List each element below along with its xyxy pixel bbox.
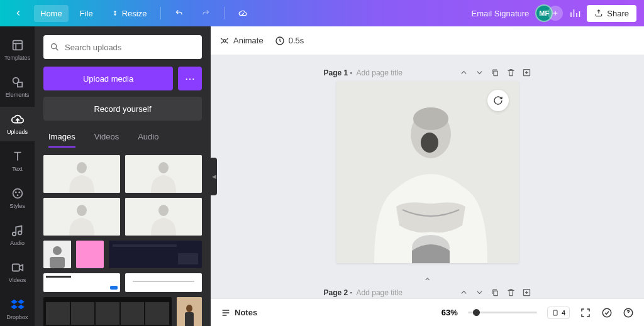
upload-thumb[interactable] <box>109 241 202 268</box>
topbar-left: Home File Resize <box>8 5 472 22</box>
upload-thumb[interactable] <box>125 198 202 236</box>
move-down-icon[interactable] <box>475 288 484 297</box>
rail-templates[interactable]: Templates <box>0 33 35 67</box>
tab-videos[interactable]: Videos <box>94 132 119 148</box>
animate-button[interactable]: Animate <box>219 36 264 46</box>
help-icon[interactable] <box>623 307 634 318</box>
regenerate-button[interactable] <box>487 90 509 111</box>
canvas-scroll[interactable]: Page 1 - Add page title <box>211 55 644 298</box>
rail-styles[interactable]: Styles <box>0 181 35 215</box>
home-button[interactable]: Home <box>34 5 69 22</box>
upload-more-button[interactable]: ⋯ <box>178 67 202 90</box>
page-header: Page 2 - Add page title <box>324 288 531 297</box>
file-menu[interactable]: File <box>74 5 99 22</box>
page-number-label: Page 1 - <box>324 68 353 77</box>
rail-label: Dropbox <box>6 314 28 320</box>
resize-label: Resize <box>122 9 147 18</box>
upload-thumb[interactable] <box>43 155 120 193</box>
redo-button[interactable] <box>195 5 216 21</box>
page-block-2: Page 2 - Add page title <box>324 288 531 298</box>
page-count-button[interactable]: 4 <box>547 307 570 319</box>
templates-icon <box>11 38 25 52</box>
rail-label: Text <box>12 166 23 172</box>
topbar-right: Email Signature MF Share <box>472 4 636 22</box>
upload-thumb[interactable] <box>177 297 202 326</box>
notes-icon <box>221 308 231 318</box>
move-down-icon[interactable] <box>475 68 484 77</box>
upload-thumb[interactable] <box>125 155 202 193</box>
fullscreen-icon[interactable] <box>580 307 591 318</box>
tab-audio[interactable]: Audio <box>138 132 158 148</box>
dropbox-icon <box>11 298 25 312</box>
cloud-check-icon <box>238 9 247 18</box>
canvas-toolbar: Animate 0.5s <box>211 26 644 55</box>
page-title-placeholder[interactable]: Add page title <box>357 288 402 297</box>
svg-point-4 <box>14 192 16 193</box>
upload-thumb[interactable] <box>43 297 172 326</box>
svg-rect-22 <box>185 312 194 326</box>
duplicate-page-icon[interactable] <box>491 288 500 297</box>
tab-images[interactable]: Images <box>48 132 75 148</box>
rail-uploads[interactable]: Uploads <box>0 107 35 141</box>
resize-menu[interactable]: Resize <box>104 5 153 22</box>
svg-point-16 <box>158 205 169 216</box>
svg-point-8 <box>52 44 57 49</box>
add-page-icon[interactable] <box>522 288 531 297</box>
rail-label: Templates <box>4 55 30 61</box>
search-input[interactable] <box>65 43 196 52</box>
delete-page-icon[interactable] <box>506 68 516 77</box>
record-yourself-button[interactable]: Record yourself <box>43 97 202 121</box>
page-title-placeholder[interactable]: Add page title <box>357 68 402 77</box>
rail-audio[interactable]: Audio <box>0 217 35 252</box>
share-button[interactable]: Share <box>587 5 636 22</box>
document-title[interactable]: Email Signature <box>472 9 530 18</box>
upload-media-button[interactable]: Upload media <box>43 67 173 90</box>
page-canvas[interactable] <box>336 81 519 263</box>
add-page-handle[interactable]: ⌃ <box>423 276 431 288</box>
add-page-icon[interactable] <box>522 68 531 77</box>
svg-point-5 <box>18 192 20 193</box>
rail-text[interactable]: Text <box>0 144 35 178</box>
notes-button[interactable]: Notes <box>221 308 257 318</box>
zoom-slider[interactable] <box>468 312 537 313</box>
upload-thumb[interactable] <box>43 273 120 292</box>
back-button[interactable] <box>8 5 29 21</box>
rail-elements[interactable]: Elements <box>0 70 35 104</box>
timing-button[interactable]: 0.5s <box>275 36 304 46</box>
page-number-label: Page 2 - <box>324 288 353 297</box>
styles-icon <box>11 187 25 200</box>
page-header: Page 1 - Add page title <box>324 68 531 77</box>
search-icon <box>50 42 60 52</box>
zoom-thumb[interactable] <box>473 309 480 316</box>
canvas-area: Animate 0.5s Page 1 - Add page title <box>211 26 644 326</box>
svg-point-6 <box>16 194 18 196</box>
undo-button[interactable] <box>169 5 190 21</box>
insights-icon[interactable] <box>569 8 580 19</box>
svg-point-12 <box>158 162 169 173</box>
page-actions <box>459 288 531 297</box>
rail-label: Uploads <box>7 129 28 135</box>
rail-dropbox[interactable]: Dropbox <box>0 291 35 326</box>
search-box[interactable] <box>43 35 202 59</box>
move-up-icon[interactable] <box>459 288 469 297</box>
svg-rect-32 <box>494 291 497 296</box>
add-collaborator-button[interactable] <box>548 6 563 21</box>
top-bar: Home File Resize Email Signature MF Shar… <box>0 0 644 26</box>
upload-thumb[interactable] <box>43 241 71 268</box>
svg-rect-7 <box>12 264 19 271</box>
upload-thumb[interactable] <box>76 241 104 268</box>
page-block-1: Page 1 - Add page title <box>324 68 531 263</box>
page-icon <box>552 309 559 317</box>
move-up-icon[interactable] <box>459 68 469 77</box>
upload-thumb[interactable] <box>125 273 202 292</box>
share-label: Share <box>607 9 629 18</box>
check-icon[interactable] <box>601 307 613 318</box>
duplicate-page-icon[interactable] <box>491 68 500 77</box>
plus-icon <box>552 9 559 17</box>
upload-thumb[interactable] <box>43 198 120 236</box>
rail-label: Elements <box>6 92 30 98</box>
cloud-sync-button[interactable] <box>232 5 253 21</box>
delete-page-icon[interactable] <box>506 288 516 297</box>
rail-videos[interactable]: Videos <box>0 254 35 289</box>
upload-tabs: Images Videos Audio <box>43 132 202 148</box>
